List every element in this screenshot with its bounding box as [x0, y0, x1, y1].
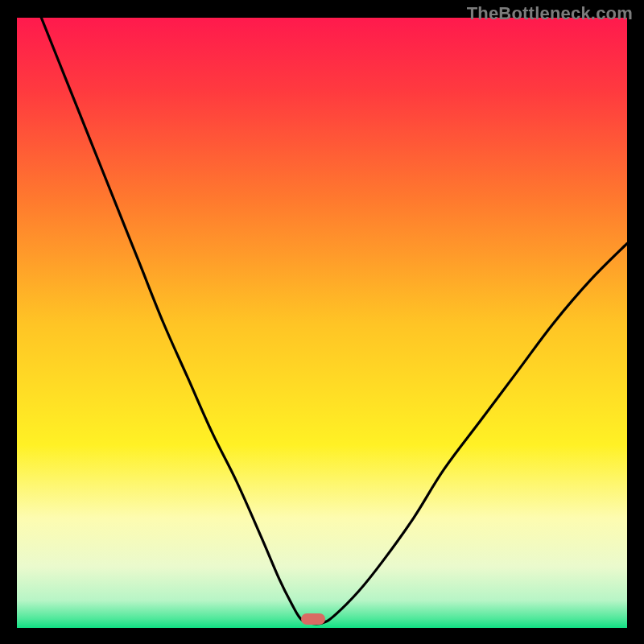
- watermark-text: TheBottleneck.com: [467, 3, 633, 24]
- chart-stage: TheBottleneck.com: [0, 0, 644, 644]
- optimal-marker: [301, 613, 325, 625]
- bottleneck-curve: [17, 18, 627, 628]
- plot-area: [17, 18, 627, 628]
